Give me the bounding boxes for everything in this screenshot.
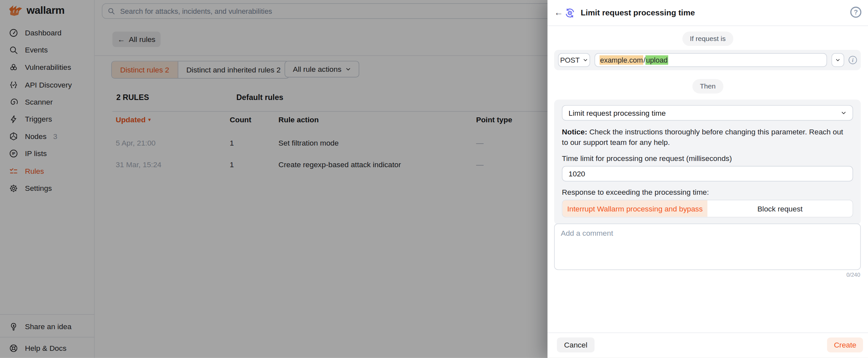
uri-host-token: example.com (600, 56, 644, 65)
action-panel: Limit request processing time Notice: Ch… (554, 100, 861, 225)
notice-text: Notice: Check the instructions thoroughl… (562, 127, 847, 148)
time-limit-input[interactable] (562, 166, 853, 181)
create-button[interactable]: Create (827, 337, 863, 352)
drawer-title: Limit request processing time (581, 8, 695, 17)
help-circle-icon[interactable]: ? (850, 6, 862, 18)
sync-gear-icon (564, 7, 576, 19)
if-request-pill: If request is (682, 31, 733, 46)
drawer-header: ← Limit request processing time ? (548, 0, 868, 26)
uri-input[interactable]: example.com/upload (594, 53, 827, 67)
http-method-select[interactable]: POST (558, 53, 590, 67)
footer-divider (548, 332, 868, 333)
comment-textarea[interactable] (554, 224, 861, 270)
cancel-button[interactable]: Cancel (557, 337, 595, 352)
condition-row: POST example.com/upload i (554, 50, 861, 70)
back-arrow-icon: ← (554, 8, 563, 18)
app-root: wallarm Dashboard Events Vulnerabilities… (0, 0, 868, 358)
rule-drawer: ← Limit request processing time ? If req… (548, 0, 868, 358)
uri-options-button[interactable] (832, 53, 844, 67)
notice-label: Notice: (562, 128, 587, 136)
uri-path-token: upload (646, 56, 668, 65)
notice-body: Check the instructions thoroughly before… (562, 128, 843, 147)
chevron-down-icon (835, 58, 840, 63)
drawer-back-button[interactable]: ← (553, 7, 564, 19)
then-pill: Then (692, 79, 723, 93)
rule-action-value: Limit request processing time (568, 109, 665, 117)
info-icon[interactable]: i (849, 56, 857, 64)
method-value: POST (560, 56, 580, 64)
time-limit-label: Time limit for processing one request (m… (562, 154, 853, 163)
comment-counter: 0/240 (846, 272, 860, 278)
response-segmented-control: Interrupt Wallarm processing and bypass … (562, 200, 853, 217)
chevron-down-icon (841, 110, 846, 116)
rule-action-select[interactable]: Limit request processing time (562, 105, 853, 121)
chevron-down-icon (583, 58, 588, 63)
response-label: Response to exceeding the processing tim… (562, 188, 853, 196)
option-interrupt-bypass[interactable]: Interrupt Wallarm processing and bypass (563, 200, 708, 217)
option-block-request[interactable]: Block request (708, 200, 852, 217)
